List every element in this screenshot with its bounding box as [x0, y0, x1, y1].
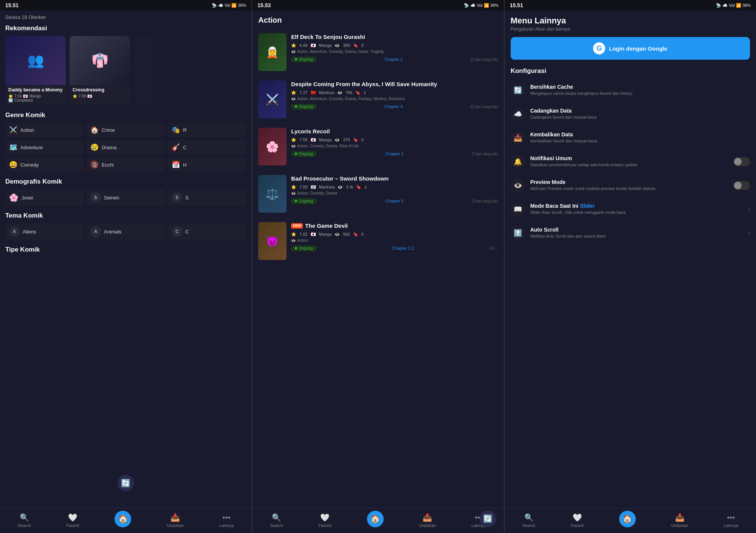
nav-unduhan-2[interactable]: 📥 Unduhan: [415, 511, 441, 529]
eye-icon-1: 👁️: [291, 49, 296, 54]
nav-unduhan-3[interactable]: 📥 Unduhan: [667, 511, 693, 529]
dot-5: [295, 247, 297, 249]
c-icon: 🎸: [172, 143, 180, 151]
bookmark-3: 🔖: [353, 137, 358, 142]
download-icon-1: 📥: [170, 513, 180, 522]
star-icon-1: ⭐: [291, 43, 296, 48]
refresh-fab-2[interactable]: 🔄: [480, 510, 496, 527]
home-date: Selasa 18 Oktober: [5, 14, 246, 20]
bottom-nav-3: 🔍 Search 🤍 Favorit 🏠 📥 Unduhan ••• Lainn…: [505, 508, 756, 533]
genre-drama[interactable]: 😢 Drama: [87, 140, 165, 154]
genre-adventure[interactable]: 🗺️ Adventure: [5, 140, 84, 154]
preview-toggle[interactable]: [733, 181, 750, 190]
rekom-flag-2: 🇯🇵: [87, 94, 92, 98]
demografi-s[interactable]: S S: [168, 189, 246, 206]
nav-home-1[interactable]: 🏠: [110, 512, 136, 529]
type-1: Manga: [319, 43, 332, 48]
menu-auto-scroll[interactable]: ⬆️ Auto Scroll Aktifkan Auto Scroll dan …: [511, 221, 750, 245]
nav-favorit-1[interactable]: 🤍 Favorit: [62, 511, 84, 529]
rekom-flag-1: 🇯🇵: [23, 94, 28, 98]
tema-c[interactable]: C C: [168, 223, 246, 240]
mode-baca-desc: Slider Atau Scroll , Klik untuk menggant…: [530, 210, 743, 215]
genre-action[interactable]: ⚔️ Action: [5, 123, 84, 137]
flag-2: 🇨🇳: [311, 90, 316, 95]
star-icon-3: ⭐: [291, 137, 296, 142]
menu-preview-mode[interactable]: 👁️ Preview Mode Aktif kan Preview mode u…: [511, 174, 750, 198]
genre-c[interactable]: 🎸 C: [168, 140, 246, 154]
nav-search-1[interactable]: 🔍 Search: [13, 511, 36, 529]
genre-h[interactable]: 📅 H: [168, 158, 246, 172]
notif-toggle[interactable]: [733, 157, 750, 166]
chapter-link-5[interactable]: Chapter 2.2: [392, 246, 414, 250]
josei-icon: 🌸: [9, 193, 19, 202]
search-icon-2: 🔍: [272, 513, 281, 522]
manga-genres-4: 👁️ Action, Comedy, Drama: [291, 191, 497, 195]
tipe-title: Tipe Komik: [5, 246, 246, 253]
nav-lainnya-1[interactable]: ••• Lainnya: [215, 512, 239, 529]
badge-ongoing-5: Ongoing: [291, 246, 317, 251]
type-2: Manhua: [319, 90, 334, 95]
tema-aliens[interactable]: A Aliens: [5, 223, 84, 240]
genre-r[interactable]: 🎭 R: [168, 123, 246, 137]
more-icon-3: •••: [727, 513, 735, 522]
manga-cover-2: ⚔️: [258, 80, 287, 118]
genre-crime[interactable]: 🏠 Crime: [87, 123, 165, 137]
nav-search-3[interactable]: 🔍 Search: [518, 511, 540, 529]
views-4: 3 rb: [346, 185, 353, 189]
demografi-josei[interactable]: 🌸 Josei: [5, 189, 84, 206]
h-label: H: [183, 162, 186, 168]
nav-home-3[interactable]: 🏠: [615, 512, 640, 529]
manga-cover-1: 🧝: [258, 33, 287, 71]
bookmarks-4: 1: [364, 185, 367, 189]
rekom-star-2: ⭐: [73, 94, 77, 98]
rekom-card-3[interactable]: [134, 36, 153, 105]
rekom-info-1: Daddy became a Mommy ⭐ 7.56 🇯🇵 Manga 🔄 C…: [5, 85, 66, 105]
chapter-link-4[interactable]: Chapter 2: [385, 199, 403, 203]
refresh-fab[interactable]: 🔄: [118, 475, 134, 491]
chapter-link-1[interactable]: Chapter 1: [384, 57, 403, 62]
preview-text: Preview Mode Aktif kan Preview mode untu…: [530, 179, 728, 192]
nav-home-2[interactable]: 🏠: [363, 512, 388, 529]
rating-5: 7.02: [299, 232, 307, 236]
tema-animals[interactable]: A Animals: [87, 223, 165, 240]
menu-kembalikan-data[interactable]: 📥 Kembalikan Data Kembalikan favorit dan…: [511, 126, 750, 150]
genre-grid: ⚔️ Action 🏠 Crime 🎭 R 🗺️ Adventure 😢 Dra…: [5, 123, 246, 172]
views-5: 992: [343, 232, 350, 236]
manga-item-2[interactable]: ⚔️ Despite Coming From the Abyss, I Will…: [252, 76, 503, 123]
manga-item-3[interactable]: 🌸 Lycoris Recoil ⭐ 7.59 🇯🇵 Manga 👁️ 370 …: [252, 123, 503, 170]
menu-lainnya-title: Menu Lainnya: [511, 16, 750, 26]
star-icon-5: ⭐: [291, 232, 296, 237]
rekom-card-1[interactable]: 👥 Daddy became a Mommy ⭐ 7.56 🇯🇵 Manga 🔄…: [5, 36, 66, 105]
manga-item-5[interactable]: 😈 NEW The Game Devil ⭐ 7.02 🇯🇵 Manga 👁️ …: [252, 218, 503, 265]
eye-3: 👁️: [335, 137, 340, 142]
preview-title: Preview Mode: [530, 179, 728, 185]
genre-comedy[interactable]: 😄 Comedy: [5, 158, 84, 172]
chapter-link-2[interactable]: Chapter 4: [384, 104, 403, 109]
demografi-seinen[interactable]: S Seinen: [87, 189, 165, 206]
manga-item-4[interactable]: ⚖️ Bad Prosecutor – Sword Showdown ⭐ 7.0…: [252, 170, 503, 218]
nav-search-2[interactable]: 🔍 Search: [265, 511, 288, 529]
login-google-button[interactable]: G Login dengan Google: [511, 37, 750, 60]
heart-icon-1: 🤍: [68, 513, 77, 522]
time-ago-5: 3 h...: [489, 246, 497, 250]
menu-mode-baca[interactable]: 📖 Mode Baca Saat Ini Slider Slider Atau …: [511, 198, 750, 221]
chapter-link-3[interactable]: Chapter 1: [385, 151, 403, 156]
nav-favorit-2[interactable]: 🤍 Favorit: [314, 511, 336, 529]
unduhan-label-3: Unduhan: [671, 523, 688, 528]
notif-text: Notifikasi Umum Dapatkan pemberitahuan s…: [530, 155, 728, 168]
nav-favorit-3[interactable]: 🤍 Favorit: [566, 511, 588, 529]
restore-desc: Kembalikan favorit dan riwayat baca: [530, 138, 750, 144]
manga-footer-5: Ongoing Chapter 2.2 3 h...: [291, 246, 497, 251]
rekom-info-2: Crossdressing ⭐ 7.09 🇯🇵: [70, 85, 130, 100]
nav-lainnya-3[interactable]: ••• Lainnya: [719, 512, 743, 529]
rekom-card-2[interactable]: 👘 Crossdressing ⭐ 7.09 🇯🇵: [70, 36, 130, 105]
nav-unduhan-1[interactable]: 📥 Unduhan: [162, 511, 188, 529]
google-icon: G: [593, 42, 605, 54]
genre-ecchi[interactable]: 🔞 Ecchi: [87, 158, 165, 172]
manga-item-1[interactable]: 🧝 Elf Deck To Senjou Gurashi ⭐ 6.68 🇯🇵 M…: [252, 29, 503, 76]
heart-icon-3: 🤍: [573, 513, 582, 522]
menu-cadangkan-data[interactable]: ☁️ Cadangkan Data Cadangkan favorit dan …: [511, 102, 750, 126]
menu-notifikasi[interactable]: 🔔 Notifikasi Umum Dapatkan pemberitahuan…: [511, 150, 750, 174]
manga-title-3: Lycoris Recoil: [291, 128, 497, 135]
menu-bersihkan-cache[interactable]: 🔄 Bersihkan Cache Menghapus cache tanpa …: [511, 79, 750, 102]
